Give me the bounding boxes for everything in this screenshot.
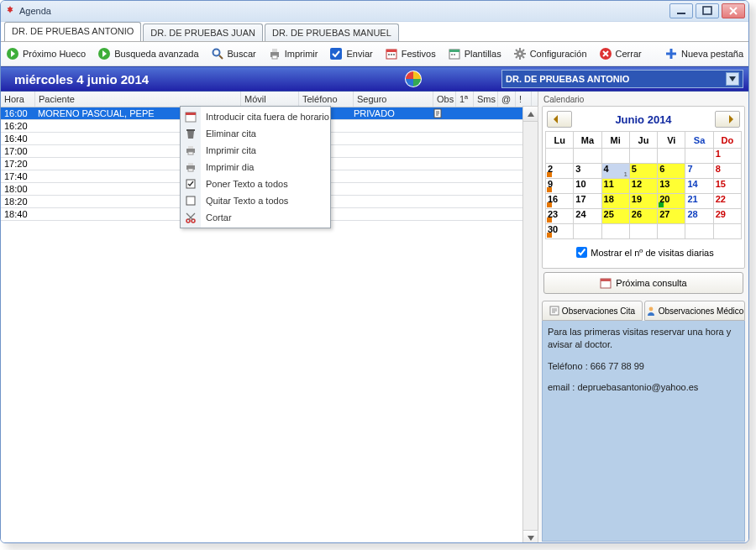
cerrar-button[interactable]: Cerrar: [599, 47, 642, 60]
doctor-select[interactable]: DR. DE PRUEBAS ANTONIO: [501, 70, 743, 88]
menu-imprimir-dia[interactable]: Imprimir dia: [181, 159, 330, 175]
calendar-day[interactable]: 19: [629, 194, 657, 209]
calendar-day[interactable]: 22: [713, 194, 741, 209]
checkbox-checked-icon: [181, 179, 201, 189]
vertical-scrollbar[interactable]: [522, 107, 538, 543]
calendar-day[interactable]: 2: [546, 164, 574, 179]
calendar-day[interactable]: 18: [601, 194, 629, 209]
svg-rect-6: [272, 49, 277, 52]
config-button[interactable]: Configuración: [513, 47, 587, 60]
proximo-hueco-button[interactable]: Próximo Hueco: [6, 47, 86, 60]
calendar-day[interactable]: 16: [546, 194, 574, 209]
app-window: Agenda DR. DE PRUEBAS ANTONIO DR. DE PRU…: [0, 0, 749, 543]
calendar-day[interactable]: 17: [574, 194, 601, 209]
busqueda-button[interactable]: Busqueda avanzada: [97, 47, 198, 60]
buscar-button[interactable]: Buscar: [211, 47, 256, 60]
tab-obs-medico[interactable]: Observaciones Médico: [644, 301, 745, 321]
cal-next-button[interactable]: [715, 111, 740, 128]
calendar-day[interactable]: 23: [546, 209, 574, 224]
header-movil[interactable]: Móvil: [241, 92, 299, 107]
enviar-button[interactable]: Enviar: [329, 47, 372, 60]
show-visits-checkbox[interactable]: Mostrar el nº de visitas diarias: [545, 244, 742, 260]
menu-cortar[interactable]: Cortar: [181, 209, 330, 226]
calendar-day[interactable]: 6: [658, 164, 685, 179]
show-visits-input[interactable]: [576, 247, 587, 258]
notes-panel: Para las primeras visitas reservar una h…: [542, 321, 745, 542]
calendar-day[interactable]: 11: [601, 179, 629, 194]
calendar-day: [658, 149, 685, 164]
context-menu: Introducir cita fuera de horario Elimina…: [180, 106, 331, 228]
calendar-day[interactable]: 5: [629, 164, 657, 179]
calendar-day[interactable]: 30: [546, 224, 574, 239]
arrow-right-icon: [6, 47, 19, 60]
agenda-grid: Hora Paciente Móvil Teléfono Seguro Obs …: [1, 92, 538, 543]
cal-prev-button[interactable]: [547, 111, 572, 128]
calendar-day[interactable]: 15: [713, 179, 741, 194]
header-ex[interactable]: !: [516, 92, 532, 107]
printer-icon: [181, 161, 201, 173]
calendar-day[interactable]: 3: [574, 164, 601, 179]
calendar-day[interactable]: 10: [574, 179, 601, 194]
calendar-day[interactable]: 9: [546, 179, 574, 194]
header-hora[interactable]: Hora: [1, 92, 35, 107]
plus-icon: [664, 47, 678, 60]
header-sms[interactable]: Sms: [474, 92, 498, 107]
close-button[interactable]: [722, 3, 745, 18]
nueva-pestana-button[interactable]: Nueva pestaña: [664, 47, 743, 60]
notes-line: Para las primeras visitas reservar una h…: [548, 326, 739, 352]
header-at[interactable]: @: [498, 92, 516, 107]
calendar-day[interactable]: 25: [601, 209, 629, 224]
calendar-day[interactable]: 14: [685, 179, 713, 194]
menu-introducir-cita[interactable]: Introducir cita fuera de horario: [181, 108, 330, 125]
calendar-day: [601, 224, 629, 239]
menu-poner-texto[interactable]: Poner Texto a todos: [181, 175, 330, 192]
minimize-button[interactable]: [669, 3, 693, 18]
calendar-day[interactable]: 7: [685, 164, 713, 179]
doctor-tabs: DR. DE PRUEBAS ANTONIO DR. DE PRUEBAS JU…: [1, 22, 748, 42]
svg-rect-33: [186, 196, 195, 205]
proxima-consulta-button[interactable]: Próxima consulta: [543, 272, 743, 294]
svg-rect-0: [677, 13, 685, 14]
calendar-day: [629, 224, 657, 239]
header-telefono[interactable]: Teléfono: [299, 92, 354, 107]
header-obs[interactable]: Obs: [433, 92, 456, 107]
calendar-day[interactable]: 27: [658, 209, 685, 224]
calendar-day[interactable]: 26: [629, 209, 657, 224]
scroll-down-button[interactable]: [522, 530, 538, 543]
tab-doctor-1[interactable]: DR. DE PRUEBAS ANTONIO: [4, 22, 141, 41]
imprimir-button[interactable]: Imprimir: [268, 47, 318, 60]
header-1a[interactable]: 1ª: [456, 92, 474, 107]
menu-imprimir-cita[interactable]: Imprimir cita: [181, 142, 330, 159]
festivos-button[interactable]: Festivos: [385, 47, 436, 60]
header-paciente[interactable]: Paciente: [35, 92, 241, 107]
menu-eliminar-cita[interactable]: Eliminar cita: [181, 125, 330, 142]
calendar-day[interactable]: 29: [713, 209, 741, 224]
tab-obs-cita[interactable]: Observaciones Cita: [542, 301, 643, 321]
calendar-day[interactable]: 8: [713, 164, 741, 179]
calendar-day[interactable]: 21: [685, 194, 713, 209]
calendar-day[interactable]: 28: [685, 209, 713, 224]
calendar-day[interactable]: 41: [601, 164, 629, 179]
svg-point-19: [518, 53, 521, 55]
notes-line: email : depruebasantonio@yahoo.es: [548, 381, 739, 394]
maximize-button[interactable]: [696, 3, 719, 18]
calendar-icon: [385, 47, 398, 60]
calendar-day[interactable]: 24: [574, 209, 601, 224]
chevron-down-icon: [726, 72, 739, 86]
calendar-day[interactable]: 12: [629, 179, 657, 194]
header-seguro[interactable]: Seguro: [354, 92, 433, 107]
tab-doctor-2[interactable]: DR. DE PRUEBAS JUAN: [143, 24, 263, 41]
tab-doctor-3[interactable]: DR. DE PRUEBAS MANUEL: [265, 24, 399, 41]
menu-quitar-texto[interactable]: Quitar Texto a todos: [181, 192, 330, 209]
plantillas-button[interactable]: Plantillas: [448, 47, 501, 60]
svg-rect-11: [388, 54, 390, 55]
calendar-day[interactable]: 1: [713, 149, 741, 164]
calendar-day: [685, 224, 713, 239]
calendar-day[interactable]: 20: [658, 194, 685, 209]
scroll-up-button[interactable]: [522, 106, 538, 122]
svg-rect-16: [451, 54, 453, 55]
calendar-day[interactable]: 13: [658, 179, 685, 194]
calendar-label: Calendario: [543, 95, 745, 104]
svg-rect-7: [272, 55, 277, 59]
toolbar: Próximo Hueco Busqueda avanzada Buscar I…: [1, 42, 748, 66]
